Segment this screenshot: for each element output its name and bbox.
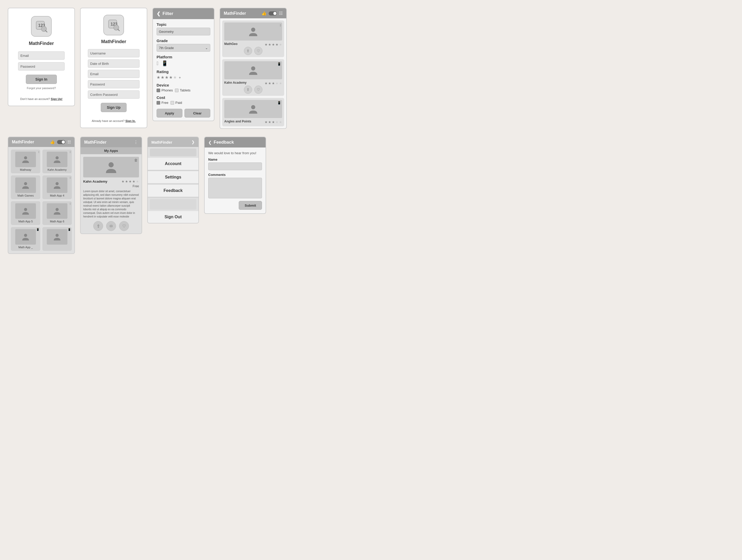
kahn-share-btn[interactable]: ⇧ <box>244 86 252 94</box>
menu-settings-item[interactable]: Settings <box>148 171 199 183</box>
grid-thumb-mathapp4 <box>47 177 67 193</box>
dob-field[interactable]: Date of Birth <box>88 59 140 68</box>
svg-point-16 <box>56 208 59 211</box>
grid-thumbs-up-icon[interactable]: 👍 <box>50 140 55 145</box>
mathgeo-actions: ⇧ ♡ <box>244 47 263 55</box>
grid-toggle[interactable] <box>57 140 65 144</box>
feedback-back-icon[interactable]: ❮ <box>208 140 212 145</box>
menu-blurred-bg <box>150 149 196 156</box>
feedback-comments-textarea[interactable] <box>208 178 262 199</box>
detail-person-icon <box>105 161 117 174</box>
grid-item-empty[interactable]: 📱 <box>42 227 72 251</box>
grid-icon[interactable]: ☷ <box>279 11 283 16</box>
menu-account-item[interactable]: Account <box>148 158 199 170</box>
free-checkbox-box <box>157 101 160 105</box>
feedback-submit-button[interactable]: Submit <box>239 201 262 210</box>
detail-cards-btn[interactable]: ♾ <box>106 221 116 231</box>
svg-point-10 <box>251 105 255 109</box>
mathapp5-label: Math App 5 <box>18 220 33 223</box>
detail-share-btn[interactable]: ⇧ <box>93 221 103 231</box>
forgot-password-link[interactable]: Forgot your password? <box>27 87 56 90</box>
mathapp_-label: Math App _ <box>18 246 33 249</box>
grid-thumb-empty <box>47 229 67 244</box>
row-1: 123 MathFinder Email Password Sign In Fo… <box>8 8 734 129</box>
grid-item-mathapp6[interactable]:  Math App 6 <box>42 201 72 225</box>
free-checkbox[interactable]: Free <box>157 101 168 105</box>
feedback-comments-section: Comments <box>208 173 262 199</box>
grid-screen: MathFinder 👍 ☷  Mathway <box>8 136 75 254</box>
grade-label: Grade <box>157 39 210 43</box>
tablets-checkbox[interactable]: Tablets <box>175 88 191 92</box>
mathgeo-heart-btn[interactable]: ♡ <box>254 47 263 55</box>
star-3: ★ <box>165 75 168 80</box>
detail-heart-btn[interactable]: ♡ <box>119 221 129 231</box>
detail-menu-icon[interactable]: ⋮ <box>134 140 138 145</box>
mathapp4-badge:  <box>70 176 71 179</box>
thumbs-up-icon[interactable]: 👍 <box>261 11 267 16</box>
star-2: ★ <box>161 75 164 80</box>
grid-item-mathapp_[interactable]: 📱 Math App _ <box>11 227 40 251</box>
grid-item-mathapp5[interactable]: Math App 5 <box>11 201 40 225</box>
phones-checkbox[interactable]: Phones <box>157 88 173 92</box>
mathgeo-stars: ★ ★ ★ ★ ★ <box>265 43 282 47</box>
feedback-name-input[interactable] <box>208 163 262 170</box>
detail-tab[interactable]: My Apps <box>81 147 142 154</box>
menu-chevron-right-icon[interactable]: ❯ <box>192 140 195 145</box>
grid-item-kahn[interactable]:  Kahn Academy <box>42 150 72 173</box>
filter-back-icon[interactable]: ❮ <box>157 11 160 16</box>
kahn-heart-btn[interactable]: ♡ <box>254 86 263 94</box>
grid-item-mathapp4[interactable]:  Math App 4 <box>42 175 72 199</box>
login-screen: 123 MathFinder Email Password Sign In Fo… <box>8 8 75 106</box>
apply-button[interactable]: Apply <box>157 109 182 117</box>
signin-link[interactable]: Sign In. <box>125 119 136 122</box>
filter-device-section: Device Phones Tablets <box>157 83 210 92</box>
app-thumbnail-kahn: 📱 <box>224 61 282 79</box>
mathgeo-platform-badge:  <box>280 23 281 27</box>
kahn-stars: ★ ★ ★ ★ ★ <box>265 81 282 85</box>
grid-thumb-mathapp6 <box>47 203 67 219</box>
filter-rating-section: Rating ★ ★ ★ ★ ★ + <box>157 69 210 80</box>
paid-checkbox-box <box>170 101 174 105</box>
grid-thumb-mathway <box>15 152 36 167</box>
row-2: MathFinder 👍 ☷  Mathway <box>8 136 734 254</box>
menu-signout-item[interactable]: Sign Out <box>148 211 199 223</box>
mathgeo-name: MathGeo <box>224 42 237 46</box>
confirm-password-field[interactable]: Confirm Password <box>88 91 140 99</box>
rating-stars[interactable]: ★ ★ ★ ★ ★ <box>157 75 177 80</box>
cost-row: Free Paid <box>157 101 210 105</box>
clear-button[interactable]: Clear <box>184 109 210 117</box>
android-platform-icon[interactable]: 📱 <box>161 60 168 66</box>
grid-view-icon[interactable]: ☷ <box>67 140 71 145</box>
svg-point-17 <box>24 234 27 237</box>
signup-button[interactable]: Sign Up <box>101 103 126 112</box>
signup-password-field[interactable]: Password <box>88 80 140 88</box>
feedback-header: ❮ Feedback <box>205 137 266 148</box>
grade-dropdown[interactable]: 7th Grade ⌄ <box>157 44 210 52</box>
topic-dropdown[interactable]: Geometry <box>157 27 210 36</box>
grid-header: MathFinder 👍 ☷ <box>8 137 74 147</box>
signup-email-field[interactable]: Email <box>88 70 140 78</box>
have-account-text: Already have an account? Sign In. <box>92 119 136 122</box>
kahn-grid-badge:  <box>70 151 71 154</box>
add-rating-btn[interactable]: + <box>179 75 181 79</box>
app-thumbnail-mathgeo:  <box>224 22 282 41</box>
paid-checkbox[interactable]: Paid <box>170 101 182 105</box>
signup-link[interactable]: Sign Up! <box>51 97 62 101</box>
email-field[interactable]: Email <box>18 51 65 60</box>
menu-feedback-item[interactable]: Feedback <box>148 185 199 197</box>
grid-item-mathway[interactable]:  Mathway <box>11 150 40 173</box>
toggle-switch[interactable] <box>269 11 277 15</box>
kahn-platform-badge: 📱 <box>277 62 281 66</box>
feedback-subtitle: We would love to hear from you! <box>208 151 262 155</box>
detail-trash-icon[interactable]: 🗑 <box>134 158 138 162</box>
grid-header-icons: 👍 ☷ <box>50 140 71 145</box>
grid-item-mathgames[interactable]: Math Games <box>11 175 40 199</box>
mathgeo-share-btn[interactable]: ⇧ <box>244 47 252 55</box>
apple-platform-icon[interactable]:  <box>157 60 158 66</box>
detail-app-thumbnail: 🗑 <box>83 157 139 177</box>
password-field[interactable]: Password <box>18 62 65 70</box>
signin-button[interactable]: Sign In <box>26 75 57 84</box>
svg-point-12 <box>56 156 59 159</box>
username-field[interactable]: Username <box>88 49 140 57</box>
device-label: Device <box>157 83 210 87</box>
